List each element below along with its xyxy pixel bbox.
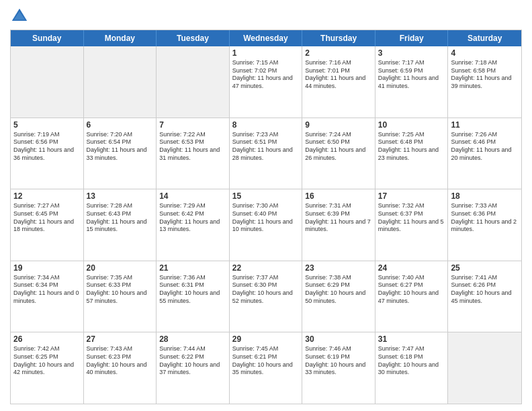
day-cell-27: 27Sunrise: 7:43 AM Sunset: 6:23 PM Dayli…	[84, 332, 157, 404]
day-cell-29: 29Sunrise: 7:45 AM Sunset: 6:21 PM Dayli…	[230, 332, 303, 404]
cell-info: Sunrise: 7:42 AM Sunset: 6:25 PM Dayligh…	[13, 345, 81, 377]
week-row-5: 26Sunrise: 7:42 AM Sunset: 6:25 PM Dayli…	[11, 332, 521, 404]
day-number: 1	[232, 48, 300, 58]
day-cell-14: 14Sunrise: 7:29 AM Sunset: 6:42 PM Dayli…	[157, 189, 230, 261]
day-number: 14	[159, 191, 226, 201]
day-cell-1: 1Sunrise: 7:15 AM Sunset: 7:02 PM Daylig…	[230, 46, 303, 118]
day-number: 17	[378, 191, 445, 201]
day-number: 24	[378, 263, 445, 273]
cell-info: Sunrise: 7:23 AM Sunset: 6:51 PM Dayligh…	[232, 131, 300, 163]
cell-info: Sunrise: 7:19 AM Sunset: 6:56 PM Dayligh…	[13, 131, 81, 163]
day-cell-16: 16Sunrise: 7:31 AM Sunset: 6:39 PM Dayli…	[302, 189, 375, 261]
cell-info: Sunrise: 7:41 AM Sunset: 6:26 PM Dayligh…	[451, 274, 519, 306]
day-cell-7: 7Sunrise: 7:22 AM Sunset: 6:53 PM Daylig…	[157, 118, 230, 189]
day-number: 7	[159, 120, 226, 130]
cell-info: Sunrise: 7:29 AM Sunset: 6:42 PM Dayligh…	[159, 202, 226, 234]
page-header	[10, 7, 522, 26]
day-number: 11	[451, 120, 519, 130]
day-cell-20: 20Sunrise: 7:35 AM Sunset: 6:33 PM Dayli…	[84, 261, 157, 332]
day-number: 19	[13, 263, 81, 273]
day-number: 26	[13, 334, 81, 344]
cell-info: Sunrise: 7:20 AM Sunset: 6:54 PM Dayligh…	[87, 131, 154, 163]
day-number: 29	[232, 334, 300, 344]
day-number: 21	[159, 263, 226, 273]
day-number: 5	[13, 120, 81, 130]
day-cell-30: 30Sunrise: 7:46 AM Sunset: 6:19 PM Dayli…	[302, 332, 375, 404]
day-cell-26: 26Sunrise: 7:42 AM Sunset: 6:25 PM Dayli…	[11, 332, 84, 404]
day-number: 20	[87, 263, 154, 273]
week-row-4: 19Sunrise: 7:34 AM Sunset: 6:34 PM Dayli…	[11, 261, 521, 333]
cell-info: Sunrise: 7:38 AM Sunset: 6:29 PM Dayligh…	[305, 274, 372, 306]
empty-cell	[11, 46, 84, 118]
cell-info: Sunrise: 7:47 AM Sunset: 6:18 PM Dayligh…	[378, 345, 445, 377]
day-number: 2	[305, 48, 372, 58]
empty-cell	[448, 332, 521, 404]
day-number: 22	[232, 263, 300, 273]
day-cell-22: 22Sunrise: 7:37 AM Sunset: 6:30 PM Dayli…	[230, 261, 303, 332]
day-cell-25: 25Sunrise: 7:41 AM Sunset: 6:26 PM Dayli…	[448, 261, 521, 332]
cell-info: Sunrise: 7:36 AM Sunset: 6:31 PM Dayligh…	[159, 274, 226, 306]
header-day-sunday: Sunday	[11, 30, 84, 46]
day-cell-10: 10Sunrise: 7:25 AM Sunset: 6:48 PM Dayli…	[375, 118, 449, 189]
cell-info: Sunrise: 7:27 AM Sunset: 6:45 PM Dayligh…	[13, 202, 81, 234]
header-day-friday: Friday	[375, 30, 449, 46]
day-number: 28	[159, 334, 226, 344]
day-cell-21: 21Sunrise: 7:36 AM Sunset: 6:31 PM Dayli…	[157, 261, 230, 332]
calendar-header: SundayMondayTuesdayWednesdayThursdayFrid…	[11, 30, 521, 46]
cell-info: Sunrise: 7:18 AM Sunset: 6:58 PM Dayligh…	[451, 59, 519, 91]
header-day-tuesday: Tuesday	[157, 30, 230, 46]
day-cell-19: 19Sunrise: 7:34 AM Sunset: 6:34 PM Dayli…	[11, 261, 84, 332]
day-cell-9: 9Sunrise: 7:24 AM Sunset: 6:50 PM Daylig…	[302, 118, 375, 189]
day-number: 31	[378, 334, 445, 344]
empty-cell	[84, 46, 157, 118]
cell-info: Sunrise: 7:40 AM Sunset: 6:27 PM Dayligh…	[378, 274, 445, 306]
cell-info: Sunrise: 7:22 AM Sunset: 6:53 PM Dayligh…	[159, 131, 226, 163]
day-number: 13	[87, 191, 154, 201]
day-number: 12	[13, 191, 81, 201]
day-number: 3	[378, 48, 445, 58]
cell-info: Sunrise: 7:16 AM Sunset: 7:01 PM Dayligh…	[305, 59, 372, 91]
cell-info: Sunrise: 7:25 AM Sunset: 6:48 PM Dayligh…	[378, 131, 445, 163]
cell-info: Sunrise: 7:31 AM Sunset: 6:39 PM Dayligh…	[305, 202, 372, 234]
day-number: 27	[87, 334, 154, 344]
day-number: 9	[305, 120, 372, 130]
logo-icon	[10, 7, 29, 26]
day-number: 16	[305, 191, 372, 201]
day-number: 25	[451, 263, 519, 273]
day-cell-28: 28Sunrise: 7:44 AM Sunset: 6:22 PM Dayli…	[157, 332, 230, 404]
cell-info: Sunrise: 7:17 AM Sunset: 6:59 PM Dayligh…	[378, 59, 445, 91]
day-cell-6: 6Sunrise: 7:20 AM Sunset: 6:54 PM Daylig…	[84, 118, 157, 189]
day-cell-5: 5Sunrise: 7:19 AM Sunset: 6:56 PM Daylig…	[11, 118, 84, 189]
cell-info: Sunrise: 7:26 AM Sunset: 6:46 PM Dayligh…	[451, 131, 519, 163]
day-cell-4: 4Sunrise: 7:18 AM Sunset: 6:58 PM Daylig…	[448, 46, 521, 118]
cell-info: Sunrise: 7:35 AM Sunset: 6:33 PM Dayligh…	[87, 274, 154, 306]
day-cell-2: 2Sunrise: 7:16 AM Sunset: 7:01 PM Daylig…	[302, 46, 375, 118]
day-cell-15: 15Sunrise: 7:30 AM Sunset: 6:40 PM Dayli…	[230, 189, 303, 261]
day-number: 10	[378, 120, 445, 130]
calendar-body: 1Sunrise: 7:15 AM Sunset: 7:02 PM Daylig…	[11, 46, 521, 404]
day-cell-17: 17Sunrise: 7:32 AM Sunset: 6:37 PM Dayli…	[375, 189, 449, 261]
day-cell-24: 24Sunrise: 7:40 AM Sunset: 6:27 PM Dayli…	[375, 261, 449, 332]
calendar: SundayMondayTuesdayWednesdayThursdayFrid…	[10, 30, 522, 404]
empty-cell	[157, 46, 230, 118]
day-cell-3: 3Sunrise: 7:17 AM Sunset: 6:59 PM Daylig…	[375, 46, 449, 118]
day-cell-12: 12Sunrise: 7:27 AM Sunset: 6:45 PM Dayli…	[11, 189, 84, 261]
cell-info: Sunrise: 7:30 AM Sunset: 6:40 PM Dayligh…	[232, 202, 300, 234]
cell-info: Sunrise: 7:45 AM Sunset: 6:21 PM Dayligh…	[232, 345, 300, 377]
cell-info: Sunrise: 7:28 AM Sunset: 6:43 PM Dayligh…	[87, 202, 154, 234]
day-number: 18	[451, 191, 519, 201]
header-day-monday: Monday	[84, 30, 157, 46]
header-day-wednesday: Wednesday	[230, 30, 303, 46]
day-number: 30	[305, 334, 372, 344]
week-row-2: 5Sunrise: 7:19 AM Sunset: 6:56 PM Daylig…	[11, 118, 521, 190]
week-row-3: 12Sunrise: 7:27 AM Sunset: 6:45 PM Dayli…	[11, 189, 521, 261]
day-number: 23	[305, 263, 372, 273]
day-number: 15	[232, 191, 300, 201]
cell-info: Sunrise: 7:34 AM Sunset: 6:34 PM Dayligh…	[13, 274, 81, 306]
header-day-thursday: Thursday	[302, 30, 375, 46]
cell-info: Sunrise: 7:37 AM Sunset: 6:30 PM Dayligh…	[232, 274, 300, 306]
day-number: 4	[451, 48, 519, 58]
day-cell-23: 23Sunrise: 7:38 AM Sunset: 6:29 PM Dayli…	[302, 261, 375, 332]
cell-info: Sunrise: 7:32 AM Sunset: 6:37 PM Dayligh…	[378, 202, 445, 234]
day-number: 6	[87, 120, 154, 130]
